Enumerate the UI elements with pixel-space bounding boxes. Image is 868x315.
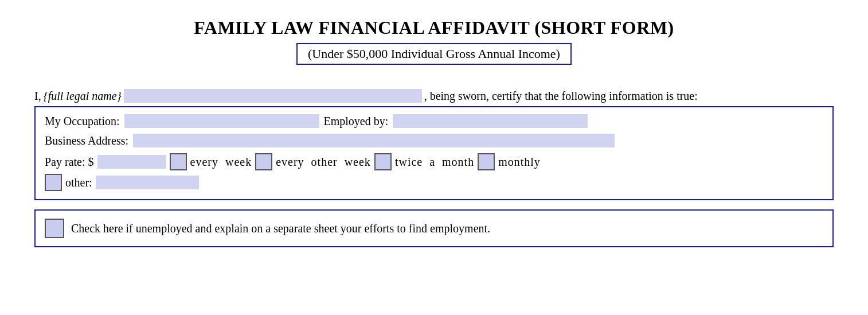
- other-label: other:: [65, 176, 92, 189]
- pay-rate-label: Pay rate: $: [45, 155, 94, 169]
- checkbox-every-other-week[interactable]: [255, 153, 272, 170]
- monthly-label: monthly: [498, 155, 541, 169]
- checkbox-twice-month[interactable]: [374, 153, 392, 170]
- unemployed-checkbox[interactable]: [45, 219, 64, 238]
- other-field[interactable]: [96, 176, 199, 189]
- twice-month-label: twice a month: [395, 155, 474, 169]
- pay-amount-field[interactable]: [97, 155, 166, 169]
- full-name-label: {full legal name}: [44, 90, 122, 103]
- employed-label: Employed by:: [324, 115, 389, 128]
- unemployed-text: Check here if unemployed and explain on …: [71, 222, 490, 235]
- checkbox-other[interactable]: [45, 174, 62, 191]
- checkbox-monthly[interactable]: [478, 153, 495, 170]
- every-week-label: every week: [190, 155, 252, 169]
- every-other-week-label: every other week: [276, 155, 371, 169]
- full-name-field[interactable]: [124, 89, 422, 103]
- occupation-label: My Occupation:: [45, 115, 120, 128]
- intro-suffix: , being sworn, certify that the followin…: [424, 90, 698, 103]
- address-label: Business Address:: [45, 134, 128, 147]
- intro-prefix: I,: [34, 90, 41, 103]
- employed-field[interactable]: [393, 114, 588, 128]
- page-title: FAMILY LAW FINANCIAL AFFIDAVIT (SHORT FO…: [34, 17, 834, 38]
- checkbox-every-week[interactable]: [170, 153, 187, 170]
- subtitle-box: (Under $50,000 Individual Gross Annual I…: [296, 43, 572, 65]
- address-field[interactable]: [133, 134, 615, 147]
- occupation-field[interactable]: [124, 114, 319, 128]
